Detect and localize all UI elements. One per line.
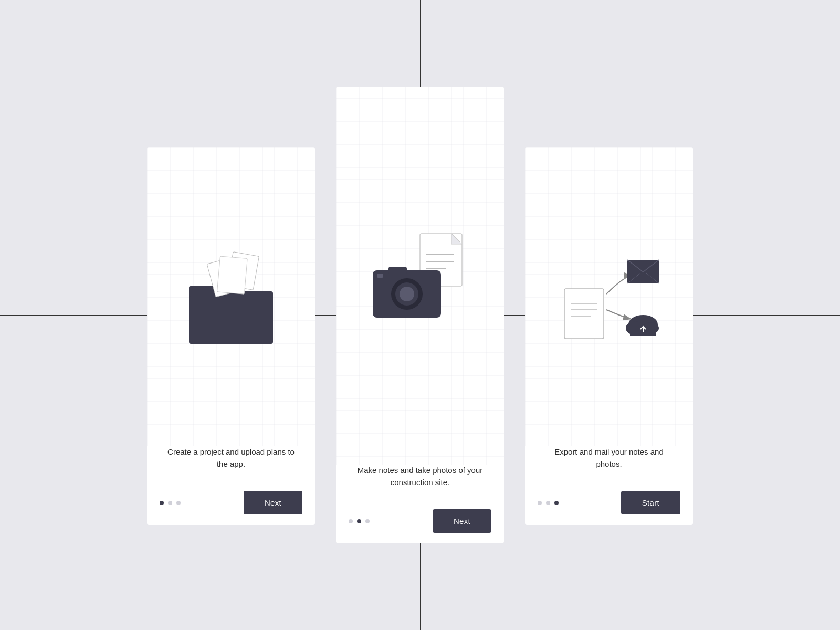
- illustration-area-2: [336, 87, 504, 465]
- dots-3: [538, 501, 559, 505]
- start-button-3[interactable]: Start: [621, 491, 680, 514]
- bottom-bar-1: Next: [147, 480, 315, 525]
- next-button-2[interactable]: Next: [433, 509, 491, 533]
- svg-rect-5: [217, 256, 248, 294]
- dot-1-2: [168, 501, 172, 505]
- dot-3-3: [554, 501, 559, 505]
- illustration-area-3: [525, 147, 693, 446]
- dot-1-3: [176, 501, 181, 505]
- description-1: Create a project and upload plans to the…: [147, 446, 315, 470]
- svg-rect-13: [388, 267, 407, 274]
- export-icon: [554, 247, 664, 346]
- folder-icon: [178, 244, 284, 349]
- description-2: Make notes and take photos of your const…: [336, 465, 504, 488]
- screens-container: Create a project and upload plans to the…: [147, 87, 693, 543]
- description-3: Export and mail your notes and photos.: [525, 446, 693, 470]
- svg-rect-17: [377, 274, 383, 278]
- illustration-area-1: [147, 147, 315, 446]
- dot-2-1: [349, 519, 353, 523]
- screen-card-3: Export and mail your notes and photos. S…: [525, 147, 693, 525]
- svg-rect-19: [564, 289, 604, 339]
- dot-3-2: [546, 501, 550, 505]
- dot-2-2: [357, 519, 361, 523]
- dots-2: [349, 519, 370, 523]
- svg-point-16: [400, 287, 414, 301]
- svg-rect-1: [189, 291, 273, 344]
- screen-card-1: Create a project and upload plans to the…: [147, 147, 315, 525]
- dot-1-1: [160, 501, 164, 505]
- bottom-bar-2: Next: [336, 499, 504, 543]
- next-button-1[interactable]: Next: [244, 491, 302, 514]
- camera-icon: [362, 223, 478, 328]
- bottom-bar-3: Start: [525, 480, 693, 525]
- screen-card-2: Make notes and take photos of your const…: [336, 87, 504, 543]
- dot-3-1: [538, 501, 542, 505]
- dots-1: [160, 501, 181, 505]
- dot-2-3: [365, 519, 370, 523]
